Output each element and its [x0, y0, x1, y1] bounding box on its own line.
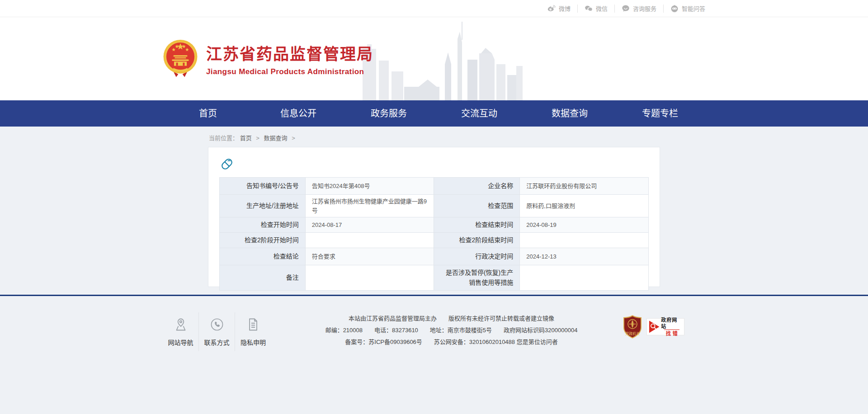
nav-item-info-disclosure[interactable]: 信息公开 [253, 100, 344, 127]
phone-icon [210, 317, 224, 332]
consult-service-label: 咨询服务 [633, 4, 656, 13]
finder-badge-line1: 政府网站 [661, 317, 682, 329]
breadcrumb: 当前位置： 首页 > 数据查询 > [208, 127, 660, 147]
breadcrumb-data-query-link[interactable]: 数据查询 [264, 135, 288, 141]
logo-home-link[interactable]: 江苏省药品监督管理局 Jiangsu Medical Products Admi… [163, 39, 373, 79]
site-subtitle: Jiangsu Medical Products Administration [206, 67, 373, 76]
breadcrumb-prefix: 当前位置： [209, 135, 238, 141]
site-title: 江苏省药品监督管理局 [206, 41, 373, 64]
top-utility-bar: 微博 微信 咨询服务 智能问答 [0, 0, 868, 17]
field-value-decision-date: 2024-12-13 [520, 248, 649, 265]
field-label-company-name: 企业名称 [434, 178, 520, 195]
robot-icon [670, 5, 679, 13]
site-map-label: 网站导航 [168, 338, 193, 347]
privacy-link[interactable]: 隐私申明 [235, 312, 271, 351]
field-label-end-date: 检查结束时间 [434, 217, 520, 233]
field-label-decision-date: 行政决定时间 [434, 248, 520, 265]
footer-info-line-icp: 备案号：苏ICP备09039606号 苏公网安备：32010602010488 … [285, 336, 618, 348]
field-label-inspection-scope: 检查范围 [434, 195, 520, 217]
field-value-notice-number: 告知书2024年第408号 [305, 178, 434, 195]
field-value-address: 江苏省扬州市扬州生物健康产业园健康一路9号 [305, 195, 434, 217]
main-nav: 首页 信息公开 政务服务 交流互动 数据查询 专题专栏 [0, 100, 868, 127]
city-skyline-graphic [361, 21, 529, 100]
smart-qa-link[interactable]: 智能问答 [663, 5, 705, 13]
error-finder-icon [649, 320, 660, 334]
national-emblem-logo [163, 39, 198, 79]
field-label-phase2-end: 检查2阶段结束时间 [434, 233, 520, 248]
inspection-record-card: 告知书编号/公告号 告知书2024年第408号 企业名称 江苏联环药业股份有限公… [208, 147, 660, 287]
site-map-icon [174, 317, 188, 332]
footer-info: 本站由江苏省药品监督管理局主办 版权所有未经许可禁止转载或者建立镜像 邮编：21… [271, 312, 623, 348]
chat-bubble-icon [622, 5, 630, 13]
nav-item-home[interactable]: 首页 [163, 100, 253, 127]
nav-item-data-query[interactable]: 数据查询 [524, 100, 615, 127]
wechat-icon [585, 5, 593, 13]
field-value-suspension-measures [520, 265, 649, 291]
field-label-notice-number: 告知书编号/公告号 [220, 178, 306, 195]
nav-item-gov-services[interactable]: 政务服务 [344, 100, 434, 127]
pill-icon [220, 157, 234, 171]
nav-item-special-topics[interactable]: 专题专栏 [615, 100, 705, 127]
table-row: 告知书编号/公告号 告知书2024年第408号 企业名称 江苏联环药业股份有限公… [220, 178, 649, 195]
field-value-phase2-start [305, 233, 434, 248]
shield-badge-label: 党政机关 [625, 331, 640, 336]
footer-quick-links: 网站导航 联系方式 隐私申明 [163, 312, 271, 351]
smart-qa-label: 智能问答 [682, 4, 705, 13]
website-error-report-badge[interactable]: 政府网站 找错 [646, 318, 684, 335]
field-label-address: 生产地址/注册地址 [220, 195, 306, 217]
breadcrumb-separator: > [292, 135, 295, 141]
site-map-link[interactable]: 网站导航 [163, 312, 199, 351]
site-footer: 网站导航 联系方式 隐私申明 本站由江苏省药品监督管理局主办 版权所有未经许可禁 [0, 295, 868, 414]
table-row: 生产地址/注册地址 江苏省扬州市扬州生物健康产业园健康一路9号 检查范围 原料药… [220, 195, 649, 217]
field-value-remarks [305, 265, 434, 291]
footer-badges: 党政机关 政府网站 找错 [623, 312, 705, 339]
breadcrumb-home-link[interactable]: 首页 [240, 135, 252, 141]
field-label-suspension-measures: 是否涉及暂停(恢复)生产销售使用等措施 [434, 265, 520, 291]
weibo-link[interactable]: 微博 [541, 5, 577, 13]
field-value-company-name: 江苏联环药业股份有限公司 [520, 178, 649, 195]
field-label-conclusion: 检查结论 [220, 248, 306, 265]
weibo-icon [547, 5, 556, 13]
field-value-inspection-scope: 原料药,口服溶液剂 [520, 195, 649, 217]
contact-label: 联系方式 [204, 338, 230, 347]
nav-item-interaction[interactable]: 交流互动 [434, 100, 524, 127]
footer-info-line-contact: 邮编：210008 电话：83273610 地址：南京市鼓楼街5号 政府网站标识… [285, 325, 618, 336]
field-label-start-date: 检查开始时间 [220, 217, 306, 233]
wechat-label: 微信 [596, 4, 608, 13]
field-value-conclusion: 符合要求 [305, 248, 434, 265]
table-row: 检查2阶段开始时间 检查2阶段结束时间 [220, 233, 649, 248]
field-value-phase2-end [520, 233, 649, 248]
wechat-link[interactable]: 微信 [577, 5, 614, 13]
field-label-phase2-start: 检查2阶段开始时间 [220, 233, 306, 248]
field-value-start-date: 2024-08-17 [305, 217, 434, 233]
breadcrumb-separator: > [256, 135, 259, 141]
privacy-label: 隐私申明 [241, 338, 266, 347]
field-label-remarks: 备注 [220, 265, 306, 291]
table-row: 检查结论 符合要求 行政决定时间 2024-12-13 [220, 248, 649, 265]
consult-service-link[interactable]: 咨询服务 [614, 5, 663, 13]
table-row: 备注 是否涉及暂停(恢复)生产销售使用等措施 [220, 265, 649, 291]
site-header: 江苏省药品监督管理局 Jiangsu Medical Products Admi… [0, 17, 868, 100]
inspection-detail-table: 告知书编号/公告号 告知书2024年第408号 企业名称 江苏联环药业股份有限公… [219, 177, 649, 291]
party-gov-shield-badge[interactable]: 党政机关 [623, 315, 642, 339]
footer-info-line-host: 本站由江苏省药品监督管理局主办 版权所有未经许可禁止转载或者建立镜像 [285, 313, 618, 325]
table-row: 检查开始时间 2024-08-17 检查结束时间 2024-08-19 [220, 217, 649, 233]
weibo-label: 微博 [559, 4, 571, 13]
privacy-doc-icon [246, 317, 260, 332]
finder-badge-line2: 找错 [664, 329, 679, 337]
brand-text: 江苏省药品监督管理局 Jiangsu Medical Products Admi… [206, 41, 373, 76]
field-value-end-date: 2024-08-19 [520, 217, 649, 233]
contact-link[interactable]: 联系方式 [199, 312, 235, 351]
